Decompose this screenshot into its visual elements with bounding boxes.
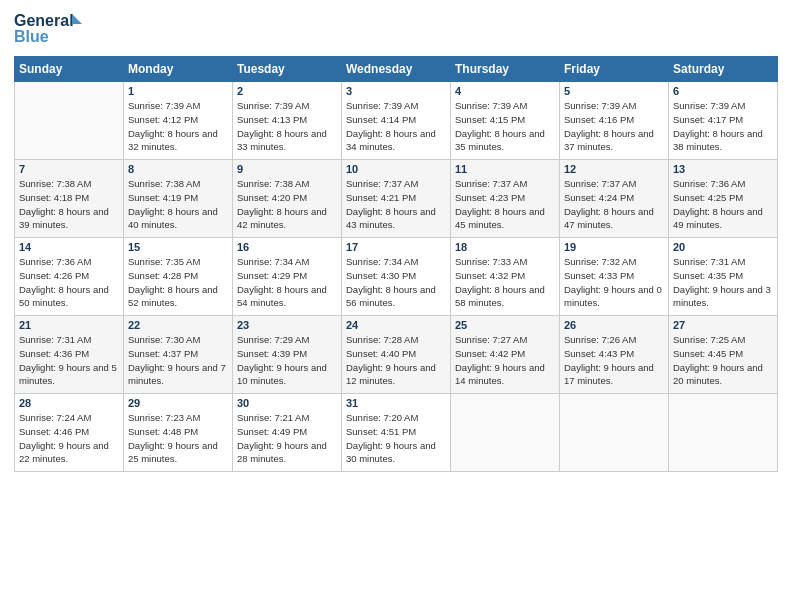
calendar-cell: 27Sunrise: 7:25 AMSunset: 4:45 PMDayligh… (669, 316, 778, 394)
day-info: Sunrise: 7:38 AMSunset: 4:18 PMDaylight:… (19, 177, 119, 232)
calendar-cell: 29Sunrise: 7:23 AMSunset: 4:48 PMDayligh… (124, 394, 233, 472)
day-number: 12 (564, 163, 664, 175)
day-info: Sunrise: 7:32 AMSunset: 4:33 PMDaylight:… (564, 255, 664, 310)
day-number: 17 (346, 241, 446, 253)
day-info: Sunrise: 7:37 AMSunset: 4:23 PMDaylight:… (455, 177, 555, 232)
day-number: 14 (19, 241, 119, 253)
day-number: 28 (19, 397, 119, 409)
day-number: 7 (19, 163, 119, 175)
day-number: 27 (673, 319, 773, 331)
calendar-cell: 4Sunrise: 7:39 AMSunset: 4:15 PMDaylight… (451, 82, 560, 160)
calendar-cell: 17Sunrise: 7:34 AMSunset: 4:30 PMDayligh… (342, 238, 451, 316)
calendar-cell: 19Sunrise: 7:32 AMSunset: 4:33 PMDayligh… (560, 238, 669, 316)
day-info: Sunrise: 7:27 AMSunset: 4:42 PMDaylight:… (455, 333, 555, 388)
weekday-header-friday: Friday (560, 57, 669, 82)
calendar-cell: 31Sunrise: 7:20 AMSunset: 4:51 PMDayligh… (342, 394, 451, 472)
day-info: Sunrise: 7:35 AMSunset: 4:28 PMDaylight:… (128, 255, 228, 310)
day-info: Sunrise: 7:39 AMSunset: 4:16 PMDaylight:… (564, 99, 664, 154)
day-info: Sunrise: 7:25 AMSunset: 4:45 PMDaylight:… (673, 333, 773, 388)
day-number: 30 (237, 397, 337, 409)
day-number: 31 (346, 397, 446, 409)
weekday-header-tuesday: Tuesday (233, 57, 342, 82)
header: GeneralBlue (14, 10, 778, 50)
day-info: Sunrise: 7:38 AMSunset: 4:20 PMDaylight:… (237, 177, 337, 232)
day-info: Sunrise: 7:23 AMSunset: 4:48 PMDaylight:… (128, 411, 228, 466)
day-info: Sunrise: 7:36 AMSunset: 4:26 PMDaylight:… (19, 255, 119, 310)
calendar-cell: 2Sunrise: 7:39 AMSunset: 4:13 PMDaylight… (233, 82, 342, 160)
day-number: 20 (673, 241, 773, 253)
day-number: 19 (564, 241, 664, 253)
calendar-cell: 25Sunrise: 7:27 AMSunset: 4:42 PMDayligh… (451, 316, 560, 394)
calendar-cell: 8Sunrise: 7:38 AMSunset: 4:19 PMDaylight… (124, 160, 233, 238)
day-number: 24 (346, 319, 446, 331)
day-info: Sunrise: 7:37 AMSunset: 4:24 PMDaylight:… (564, 177, 664, 232)
day-number: 13 (673, 163, 773, 175)
day-number: 8 (128, 163, 228, 175)
week-row-5: 28Sunrise: 7:24 AMSunset: 4:46 PMDayligh… (15, 394, 778, 472)
day-info: Sunrise: 7:34 AMSunset: 4:29 PMDaylight:… (237, 255, 337, 310)
day-info: Sunrise: 7:21 AMSunset: 4:49 PMDaylight:… (237, 411, 337, 466)
day-info: Sunrise: 7:28 AMSunset: 4:40 PMDaylight:… (346, 333, 446, 388)
day-number: 11 (455, 163, 555, 175)
calendar-cell: 6Sunrise: 7:39 AMSunset: 4:17 PMDaylight… (669, 82, 778, 160)
day-info: Sunrise: 7:34 AMSunset: 4:30 PMDaylight:… (346, 255, 446, 310)
calendar-cell (15, 82, 124, 160)
day-info: Sunrise: 7:20 AMSunset: 4:51 PMDaylight:… (346, 411, 446, 466)
week-row-2: 7Sunrise: 7:38 AMSunset: 4:18 PMDaylight… (15, 160, 778, 238)
day-number: 16 (237, 241, 337, 253)
calendar-cell: 26Sunrise: 7:26 AMSunset: 4:43 PMDayligh… (560, 316, 669, 394)
calendar-cell: 20Sunrise: 7:31 AMSunset: 4:35 PMDayligh… (669, 238, 778, 316)
day-number: 18 (455, 241, 555, 253)
weekday-header-wednesday: Wednesday (342, 57, 451, 82)
day-info: Sunrise: 7:31 AMSunset: 4:35 PMDaylight:… (673, 255, 773, 310)
day-info: Sunrise: 7:38 AMSunset: 4:19 PMDaylight:… (128, 177, 228, 232)
calendar-cell: 21Sunrise: 7:31 AMSunset: 4:36 PMDayligh… (15, 316, 124, 394)
weekday-header-saturday: Saturday (669, 57, 778, 82)
calendar-cell: 16Sunrise: 7:34 AMSunset: 4:29 PMDayligh… (233, 238, 342, 316)
day-number: 29 (128, 397, 228, 409)
calendar-cell: 12Sunrise: 7:37 AMSunset: 4:24 PMDayligh… (560, 160, 669, 238)
calendar-cell: 1Sunrise: 7:39 AMSunset: 4:12 PMDaylight… (124, 82, 233, 160)
day-number: 2 (237, 85, 337, 97)
calendar-cell: 11Sunrise: 7:37 AMSunset: 4:23 PMDayligh… (451, 160, 560, 238)
calendar-cell: 23Sunrise: 7:29 AMSunset: 4:39 PMDayligh… (233, 316, 342, 394)
logo: GeneralBlue (14, 10, 94, 50)
calendar-cell: 7Sunrise: 7:38 AMSunset: 4:18 PMDaylight… (15, 160, 124, 238)
day-number: 10 (346, 163, 446, 175)
calendar-cell: 9Sunrise: 7:38 AMSunset: 4:20 PMDaylight… (233, 160, 342, 238)
week-row-4: 21Sunrise: 7:31 AMSunset: 4:36 PMDayligh… (15, 316, 778, 394)
day-number: 1 (128, 85, 228, 97)
day-info: Sunrise: 7:39 AMSunset: 4:12 PMDaylight:… (128, 99, 228, 154)
calendar-cell (560, 394, 669, 472)
calendar-cell (669, 394, 778, 472)
day-info: Sunrise: 7:39 AMSunset: 4:15 PMDaylight:… (455, 99, 555, 154)
day-number: 5 (564, 85, 664, 97)
calendar-cell: 28Sunrise: 7:24 AMSunset: 4:46 PMDayligh… (15, 394, 124, 472)
weekday-header-thursday: Thursday (451, 57, 560, 82)
day-info: Sunrise: 7:24 AMSunset: 4:46 PMDaylight:… (19, 411, 119, 466)
day-info: Sunrise: 7:37 AMSunset: 4:21 PMDaylight:… (346, 177, 446, 232)
calendar-cell: 18Sunrise: 7:33 AMSunset: 4:32 PMDayligh… (451, 238, 560, 316)
weekday-header-sunday: Sunday (15, 57, 124, 82)
day-number: 25 (455, 319, 555, 331)
calendar-cell: 24Sunrise: 7:28 AMSunset: 4:40 PMDayligh… (342, 316, 451, 394)
week-row-3: 14Sunrise: 7:36 AMSunset: 4:26 PMDayligh… (15, 238, 778, 316)
day-number: 4 (455, 85, 555, 97)
day-number: 26 (564, 319, 664, 331)
page-container: GeneralBlue SundayMondayTuesdayWednesday… (0, 0, 792, 480)
calendar-cell: 30Sunrise: 7:21 AMSunset: 4:49 PMDayligh… (233, 394, 342, 472)
day-info: Sunrise: 7:36 AMSunset: 4:25 PMDaylight:… (673, 177, 773, 232)
calendar-cell: 3Sunrise: 7:39 AMSunset: 4:14 PMDaylight… (342, 82, 451, 160)
day-info: Sunrise: 7:39 AMSunset: 4:17 PMDaylight:… (673, 99, 773, 154)
calendar-cell: 22Sunrise: 7:30 AMSunset: 4:37 PMDayligh… (124, 316, 233, 394)
weekday-header-monday: Monday (124, 57, 233, 82)
calendar-cell: 5Sunrise: 7:39 AMSunset: 4:16 PMDaylight… (560, 82, 669, 160)
svg-marker-2 (72, 14, 82, 24)
day-number: 15 (128, 241, 228, 253)
day-info: Sunrise: 7:26 AMSunset: 4:43 PMDaylight:… (564, 333, 664, 388)
day-info: Sunrise: 7:39 AMSunset: 4:14 PMDaylight:… (346, 99, 446, 154)
day-info: Sunrise: 7:31 AMSunset: 4:36 PMDaylight:… (19, 333, 119, 388)
day-number: 9 (237, 163, 337, 175)
weekday-header-row: SundayMondayTuesdayWednesdayThursdayFrid… (15, 57, 778, 82)
svg-text:General: General (14, 12, 74, 29)
